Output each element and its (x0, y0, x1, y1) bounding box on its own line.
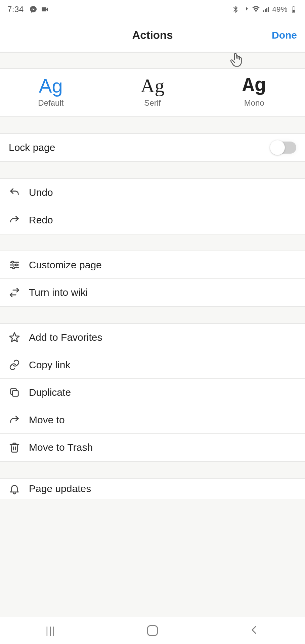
add-favorites-row[interactable]: Add to Favorites (0, 324, 305, 351)
font-label-mono: Mono (244, 98, 264, 108)
undo-row[interactable]: Undo (0, 179, 305, 206)
done-button[interactable]: Done (272, 30, 297, 41)
cursor-pointer-icon (230, 52, 243, 67)
svg-marker-9 (10, 332, 19, 341)
page-title: Actions (0, 29, 305, 42)
trash-icon (9, 442, 20, 453)
svg-rect-2 (293, 10, 295, 12)
battery-icon (290, 5, 298, 13)
svg-rect-10 (12, 390, 18, 396)
section-gap (0, 52, 305, 68)
undo-label: Undo (29, 187, 53, 198)
redo-label: Redo (29, 214, 53, 226)
font-option-mono[interactable]: Ag Mono (203, 69, 305, 116)
font-sample-serif: Ag (141, 76, 165, 96)
copy-link-row[interactable]: Copy link (0, 351, 305, 379)
star-icon (9, 332, 20, 343)
font-label-default: Default (38, 98, 63, 108)
font-option-serif[interactable]: Ag Serif (102, 69, 204, 116)
svg-point-7 (15, 264, 17, 266)
sliders-icon (9, 259, 20, 271)
android-nav-bar: ||| (0, 617, 305, 644)
status-time: 7:34 (7, 5, 24, 14)
redo-row[interactable]: Redo (0, 206, 305, 234)
svg-rect-1 (293, 6, 294, 7)
font-option-default[interactable]: Ag Default (0, 69, 102, 116)
section-gap (0, 462, 305, 478)
copy-link-label: Copy link (29, 359, 70, 371)
section-gap (0, 234, 305, 251)
vibrate-icon (242, 5, 250, 13)
section-gap (0, 307, 305, 323)
duplicate-row[interactable]: Duplicate (0, 379, 305, 406)
messenger-icon (29, 5, 37, 13)
turn-into-wiki-row[interactable]: Turn into wiki (0, 279, 305, 306)
lock-page-row[interactable]: Lock page (0, 134, 305, 161)
customize-page-row[interactable]: Customize page (0, 251, 305, 279)
battery-text: 49% (272, 5, 288, 14)
section-gap (0, 162, 305, 178)
customize-page-label: Customize page (29, 259, 102, 271)
video-icon (41, 5, 49, 13)
move-to-row[interactable]: Move to (0, 406, 305, 434)
convert-icon (9, 287, 20, 298)
page-updates-row[interactable]: Page updates (0, 479, 305, 499)
duplicate-icon (9, 387, 20, 398)
add-favorites-label: Add to Favorites (29, 332, 102, 343)
move-to-trash-row[interactable]: Move to Trash (0, 434, 305, 461)
lock-page-label: Lock page (9, 142, 55, 153)
link-icon (9, 359, 20, 371)
status-bar: 7:34 49% (0, 0, 305, 19)
svg-point-8 (12, 267, 14, 269)
nav-recents-button[interactable]: ||| (46, 625, 55, 636)
turn-into-wiki-label: Turn into wiki (29, 287, 88, 298)
bluetooth-icon (232, 5, 240, 13)
font-sample-default: Ag (39, 76, 63, 96)
font-label-serif: Serif (144, 98, 161, 108)
header: Actions Done (0, 19, 305, 52)
undo-icon (9, 187, 20, 198)
wifi-icon (252, 5, 260, 13)
move-to-trash-label: Move to Trash (29, 442, 93, 453)
lock-page-toggle[interactable] (271, 142, 296, 154)
arrow-forward-icon (9, 414, 20, 426)
redo-icon (9, 214, 20, 226)
font-chooser: Ag Default Ag Serif Ag Mono (0, 68, 305, 117)
bell-icon (9, 483, 20, 494)
duplicate-label: Duplicate (29, 387, 71, 398)
svg-point-6 (12, 261, 14, 263)
nav-home-button[interactable] (147, 625, 158, 636)
nav-back-button[interactable] (249, 625, 259, 636)
page-updates-label: Page updates (29, 483, 91, 494)
move-to-label: Move to (29, 414, 65, 426)
signal-icon (262, 5, 270, 13)
font-sample-mono: Ag (243, 76, 266, 96)
section-gap (0, 117, 305, 133)
content-scroll[interactable]: Ag Default Ag Serif Ag Mono Lock page Un… (0, 52, 305, 644)
